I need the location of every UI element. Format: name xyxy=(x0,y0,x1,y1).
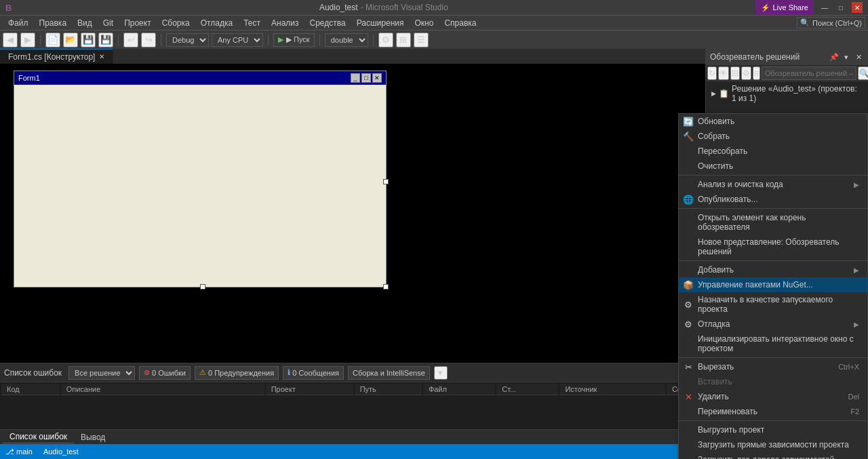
resize-right-handle[interactable] xyxy=(383,179,389,184)
toolbar-save[interactable]: 💾 xyxy=(81,33,96,47)
ctx-clean[interactable]: Очистить xyxy=(679,159,867,174)
build-filter-btn[interactable]: ▾ xyxy=(434,366,448,380)
ctx-debug[interactable]: ⚙ Отладка ▶ xyxy=(679,317,867,332)
menu-view[interactable]: Вид xyxy=(72,17,98,29)
message-dot: ℹ xyxy=(288,368,290,377)
minimize-button[interactable]: — xyxy=(819,2,830,13)
panel-toolbar-properties[interactable]: ⚙ xyxy=(741,66,751,80)
ctx-rename[interactable]: Переименовать F2 xyxy=(679,404,867,419)
tab-close-icon[interactable]: ✕ xyxy=(99,53,104,60)
toolbar-extra-3[interactable]: ☰ xyxy=(414,33,429,47)
menu-build[interactable]: Сборка xyxy=(157,17,195,29)
toolbar-sep-2 xyxy=(118,34,119,46)
git-icon: ⎇ xyxy=(5,447,14,456)
toolbar-new[interactable]: 📄 xyxy=(45,33,60,47)
toolbar-open[interactable]: 📂 xyxy=(63,33,78,47)
menu-test[interactable]: Тест xyxy=(238,17,266,29)
panel-dropdown-btn[interactable]: ▾ xyxy=(841,52,852,62)
ctx-unload[interactable]: Выгрузить проект xyxy=(679,422,867,437)
ctx-nuget[interactable]: 📦 Управление пакетами NuGet... xyxy=(679,277,867,292)
error-filter-dropdown[interactable]: Все решение xyxy=(68,366,135,380)
errors-button[interactable]: ⊗ 0 Ошибки xyxy=(139,366,191,380)
form-titlebar: Form1 _ □ ✕ xyxy=(14,71,386,85)
ctx-cut-label: Вырезать xyxy=(698,362,734,372)
tab-form1-designer[interactable]: Form1.cs [Конструктор] ✕ xyxy=(0,49,113,64)
ctx-delete-icon: ✕ xyxy=(683,391,694,402)
ctx-set-startup[interactable]: ⚙ Назначить в качестве запускаемого прое… xyxy=(679,292,867,317)
panel-header-buttons: 📌 ▾ ✕ xyxy=(829,52,864,62)
menu-project[interactable]: Проект xyxy=(119,17,157,29)
form-body xyxy=(14,85,386,287)
toolbar-back[interactable]: ◀ xyxy=(3,33,18,47)
ctx-new-view[interactable]: Новое представление: Обозреватель решени… xyxy=(679,235,867,259)
toolbar-sep-3 xyxy=(161,34,161,46)
ctx-analyze[interactable]: Анализ и очистка кода ▶ xyxy=(679,177,867,192)
panel-search-input[interactable] xyxy=(762,66,856,80)
ctx-build[interactable]: 🔨 Собрать xyxy=(679,129,867,144)
context-menu: 🔄 Обновить 🔨 Собрать Пересобрать Очистит… xyxy=(678,113,868,459)
solution-panel-header: Обозреватель решений 📌 ▾ ✕ xyxy=(706,49,868,65)
warnings-button[interactable]: ⚠ 0 Предупреждения xyxy=(195,366,279,380)
menu-git[interactable]: Git xyxy=(98,17,119,29)
cpu-config-dropdown[interactable]: Any CPU xyxy=(212,33,263,47)
live-share-button[interactable]: ⚡ Live Share xyxy=(755,0,814,15)
ctx-init-interactive[interactable]: Инициализировать интерактивное окно с пр… xyxy=(679,332,867,356)
ctx-cut[interactable]: ✂ Вырезать Ctrl+X xyxy=(679,359,867,374)
debug-config-dropdown[interactable]: Debug xyxy=(166,33,209,47)
toolbar-extra-2[interactable]: ⊞ xyxy=(396,33,411,47)
target-dropdown[interactable]: double xyxy=(325,33,368,47)
close-button[interactable]: ✕ xyxy=(852,2,863,13)
toolbar-forward[interactable]: ▶ xyxy=(20,33,35,47)
app-title: Audio_test xyxy=(319,3,358,12)
ctx-load-all[interactable]: Загрузить все дерево зависимостей проект… xyxy=(679,452,867,459)
panel-toolbar-filter[interactable]: ≡ xyxy=(753,66,760,80)
menu-search-bar[interactable]: 🔍 Поиск (Ctrl+Q) xyxy=(797,17,865,28)
panel-close-btn[interactable]: ✕ xyxy=(853,52,864,62)
form-close-btn[interactable]: ✕ xyxy=(372,73,382,83)
run-button[interactable]: ▶ ▶ Пуск xyxy=(273,33,315,47)
ctx-delete[interactable]: ✕ Удалить Del xyxy=(679,389,867,404)
panel-toolbar-collapse[interactable]: ⊟ xyxy=(730,66,740,80)
menu-edit[interactable]: Правка xyxy=(34,17,73,29)
tab-output[interactable]: Вывод xyxy=(74,431,112,443)
menu-debug[interactable]: Отладка xyxy=(195,17,238,29)
panel-toolbar-show-all[interactable]: 👁 xyxy=(718,66,729,80)
col-file: Файл xyxy=(423,384,495,395)
toolbar-save-all[interactable]: 💾 xyxy=(98,33,113,47)
ctx-delete-shortcut: Del xyxy=(848,393,859,401)
tab-error-list[interactable]: Список ошибок xyxy=(3,431,74,443)
menu-analyze[interactable]: Анализ xyxy=(266,17,304,29)
ctx-paste-label: Вставить xyxy=(698,377,732,386)
ctx-rebuild2[interactable]: Пересобрать xyxy=(679,144,867,159)
tree-solution-root[interactable]: ▶ 📋 Решение «Audio_test» (проектов: 1 из… xyxy=(706,83,868,104)
toolbar-extra-1[interactable]: ⚙ xyxy=(378,33,393,47)
panel-toolbar-sync[interactable]: ↻ xyxy=(707,66,717,80)
ctx-add[interactable]: Добавить ▶ xyxy=(679,262,867,277)
run-icon: ▶ xyxy=(278,35,283,44)
editor-area: Form1.cs [Конструктор] ✕ Form1 _ □ ✕ xyxy=(0,49,705,363)
tree-solution-icon: 📋 xyxy=(719,89,729,98)
toolbar-redo[interactable]: ↪ xyxy=(141,33,156,47)
panel-search-btn[interactable]: 🔍 xyxy=(858,66,868,80)
messages-button[interactable]: ℹ 0 Сообщения xyxy=(283,366,344,380)
resize-bottom-handle[interactable] xyxy=(200,284,205,290)
ctx-publish[interactable]: 🌐 Опубликовать... xyxy=(679,192,867,207)
menu-tools[interactable]: Средства xyxy=(304,17,351,29)
menu-extensions[interactable]: Расширения xyxy=(351,17,410,29)
form-maximize-btn[interactable]: □ xyxy=(361,73,371,83)
resize-corner-handle[interactable] xyxy=(383,284,389,290)
menu-file[interactable]: Файл xyxy=(3,17,34,29)
maximize-button[interactable]: □ xyxy=(835,2,846,13)
ctx-cut-shortcut: Ctrl+X xyxy=(838,363,859,371)
menu-window[interactable]: Окно xyxy=(409,17,439,29)
col-project: Проект xyxy=(266,384,353,395)
panel-pin-btn[interactable]: 📌 xyxy=(829,52,840,62)
ctx-rebuild[interactable]: 🔄 Обновить xyxy=(679,114,867,129)
ctx-load-direct[interactable]: Загрузить прямые зависимости проекта xyxy=(679,437,867,452)
warnings-count-label: 0 Предупреждения xyxy=(208,369,274,377)
toolbar-undo[interactable]: ↩ xyxy=(123,33,138,47)
form-minimize-btn[interactable]: _ xyxy=(351,73,360,83)
tree-solution-label: Решение «Audio_test» (проектов: 1 из 1) xyxy=(732,84,863,103)
menu-help[interactable]: Справка xyxy=(439,17,481,29)
ctx-open-root[interactable]: Открыть элемент как корень обозревателя xyxy=(679,210,867,235)
